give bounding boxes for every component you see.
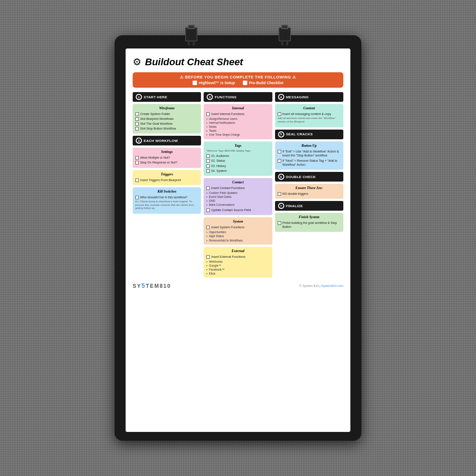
check-no-double[interactable] [278, 192, 281, 196]
button-up-item-1: If "Exit" = Use "Add to Workflow" Action… [278, 149, 341, 157]
wf-text-2: Slot Blueprint Workflows [140, 117, 174, 121]
check-goal[interactable] [135, 122, 139, 126]
paper: ⚙ Buildout Cheat Sheet ⚠ BEFORE YOU BEGI… [126, 48, 350, 432]
footer: SY5TEM810 © System 810 | System810.com [133, 282, 343, 289]
contact-item-1: Insert Contact Functions [206, 186, 269, 190]
contact-title: Contact [206, 180, 269, 184]
num-7: 7 [278, 203, 284, 209]
triggers-title: Triggers [135, 172, 198, 176]
col-3: 4 MESSAGING Content Insert all messaging… [275, 92, 343, 278]
warning-check-1[interactable]: Highlevel™ is Setup [193, 81, 235, 85]
copyright: © System 810 | System810.com [299, 284, 343, 287]
internal-card: Internal Insert Internal Functions Assig… [204, 104, 272, 139]
internal-bullet-1: Assign/Remove Users [206, 117, 269, 121]
internal-bullet-4: Tasks [206, 129, 269, 133]
external-bullet-2: Google™ [206, 264, 269, 268]
ensure-title: Ensure There Are: [278, 186, 341, 190]
check-tag-3[interactable] [206, 164, 210, 168]
warning-check-2[interactable]: Pre-Build Checklist [243, 81, 283, 85]
finalize-label: FINALIZE [286, 204, 303, 208]
wf-text-3: Slot The Goal Workflow [140, 122, 172, 126]
check-blueprint[interactable] [135, 117, 139, 121]
check-tag-2[interactable] [206, 159, 210, 163]
settings-item-2: Stop On Response or Not? [135, 160, 198, 164]
system-bullet-1: Opportunities [206, 230, 269, 234]
external-bullet-3: Facebook™ [206, 268, 269, 271]
wf-item-3: Slot The Goal Workflow [135, 122, 198, 126]
kill-item-1: Who shouldn't be in this workflow? [135, 195, 198, 199]
main-columns: 1 START HERE Wireframe Create System Fol… [133, 92, 343, 278]
tags-title: Tags [206, 144, 269, 148]
check-content[interactable] [278, 112, 281, 116]
clip-right [279, 27, 291, 45]
check-folder[interactable] [135, 112, 139, 116]
contact-bullet-2: Event Start Dates [206, 195, 269, 199]
check-tag-1[interactable] [206, 154, 210, 158]
start-here-label: START HERE [144, 95, 167, 99]
clipboard: ⚙ Buildout Cheat Sheet ⚠ BEFORE YOU BEGI… [115, 35, 361, 441]
checkbox-highlevel[interactable] [193, 81, 197, 85]
section-double-check: 6 DOUBLE CHECK [275, 172, 343, 182]
num-4: 4 [278, 94, 284, 100]
check-tag-4[interactable] [206, 169, 210, 173]
check-next[interactable] [278, 159, 281, 163]
check-system[interactable] [206, 226, 210, 229]
col-2: 3 FUNCTIONS Internal Insert Internal Fun… [204, 92, 272, 278]
check-external[interactable] [206, 255, 210, 259]
tags-text-4: 04. System [211, 169, 227, 173]
settings-text-1: Allow Multiple or Not? [140, 156, 170, 160]
kill-switches-title: Kill Switches [135, 190, 198, 193]
num-5: 5 [278, 131, 284, 138]
check-label-2: Pre-Build Checklist [249, 81, 283, 85]
contact-bullet-1: Custom Field Updates [206, 191, 269, 195]
internal-bullet-3: Notes [206, 125, 269, 129]
section-messaging: 4 MESSAGING [275, 92, 343, 102]
warning-banner: ⚠ BEFORE YOU BEGIN COMPLETE THE FOLLOWIN… [133, 72, 343, 88]
check-contact-1[interactable] [206, 186, 210, 190]
external-title: External [206, 249, 269, 253]
gear-icon: ⚙ [133, 56, 141, 68]
check-stop[interactable] [135, 127, 139, 130]
tags-text-2: 02. Status [211, 159, 225, 163]
check-contact-2[interactable] [206, 208, 210, 212]
clip-left [185, 27, 197, 45]
num-6: 6 [278, 174, 284, 180]
system-title: System [206, 219, 269, 223]
check-triggers[interactable] [135, 178, 139, 182]
col-1: 1 START HERE Wireframe Create System Fol… [133, 92, 201, 278]
tags-text-3: 03. History [211, 164, 226, 168]
check-finish[interactable] [278, 221, 281, 225]
button-up-title: Button Up [278, 144, 341, 148]
settings-card: Settings Allow Multiple or Not? Stop On … [133, 148, 201, 167]
double-check-label: DOUBLE CHECK [286, 175, 316, 179]
ensure-item-1: NO double triggers [278, 192, 341, 196]
kill-text-1: Who shouldn't be in this workflow? [140, 195, 187, 199]
wf-item-2: Slot Blueprint Workflows [135, 117, 198, 121]
external-bullet-1: Webhooks [206, 260, 269, 264]
tags-text-1: 01. Audience [211, 154, 229, 158]
external-item-1: Insert External Functions [206, 255, 269, 259]
system-item-1: Insert System Functions [206, 225, 269, 229]
settings-item-1: Allow Multiple or Not? [135, 156, 198, 160]
tags-item-1: 01. Audience [206, 154, 269, 158]
triggers-text-1: Insert Triggers From Blueprint [140, 178, 181, 182]
check-internal[interactable] [206, 112, 210, 116]
wireframe-title: Wireframe [135, 106, 198, 110]
num-1: 1 [136, 94, 142, 100]
contact-card: Contact Insert Contact Functions Custom … [204, 178, 272, 216]
contact-text-2: Update Contact Source Field [211, 208, 251, 212]
checkbox-prebuild[interactable] [243, 81, 247, 85]
content-card: Content Insert all messaging content & c… [275, 104, 343, 127]
check-response[interactable] [135, 161, 139, 164]
check-exit[interactable] [278, 150, 281, 153]
copyright-link[interactable]: System810.com [321, 284, 343, 287]
check-multiple[interactable] [135, 156, 139, 160]
section-each-workflow: 2 EACH WORKFLOW [133, 136, 201, 145]
button-up-text-1: If "Exit" = Use "Add to Workflow" Action… [283, 149, 341, 157]
check-kill[interactable] [135, 196, 139, 199]
external-bullet-4: Eliza [206, 271, 269, 275]
ensure-card: Ensure There Are: NO double triggers [275, 184, 343, 199]
tags-item-2: 02. Status [206, 159, 269, 163]
internal-title: Internal [206, 106, 269, 110]
num-3: 3 [207, 94, 213, 100]
